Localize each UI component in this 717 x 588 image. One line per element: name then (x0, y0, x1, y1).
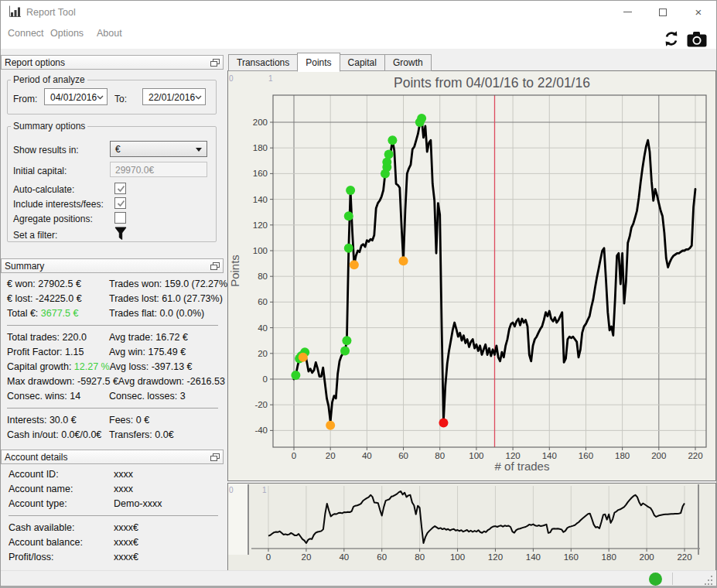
account-label: Account type: (9, 497, 114, 511)
from-date-select[interactable]: 04/01/2016 (44, 88, 108, 105)
currency-value: € (115, 144, 121, 155)
loss-trades-marker (439, 418, 448, 427)
y-tick-label: 60 (258, 297, 268, 306)
y-tick-label: 40 (258, 323, 268, 333)
summary-options-groupbox: Summary options Show results in: € Initi… (7, 121, 217, 242)
tab-growth[interactable]: Growth (384, 54, 432, 71)
auto-calculate-checkbox[interactable] (114, 183, 126, 194)
float-panel-icon[interactable] (210, 59, 220, 67)
summary-value: 16.72 € (155, 332, 188, 343)
flat-trades-marker (326, 421, 335, 430)
account-value: Demo-xxxx (114, 497, 162, 511)
float-panel-icon[interactable] (210, 453, 220, 462)
period-legend: Period of analyze (11, 74, 87, 85)
summary-options-legend: Summary options (11, 121, 87, 132)
account-row: Account type:Demo-xxxx (9, 497, 218, 511)
x-tick-label: 220 (688, 451, 702, 460)
tab-capital[interactable]: Capital (340, 54, 385, 71)
menu-options[interactable]: Options (50, 28, 84, 39)
x-tick-label: 160 (579, 451, 593, 460)
to-date-select[interactable]: 22/01/2016 (142, 88, 206, 105)
x-tick-label: 220 (677, 552, 691, 562)
summary-row: Profit Factor: 1.15Avg win: 175.49 € (7, 345, 218, 360)
win-trades-marker (344, 244, 353, 253)
tab-points[interactable]: Points (297, 53, 340, 72)
chart-toolbar (663, 30, 707, 47)
summary-cell: Total trades: 220.0 (7, 330, 109, 345)
separator (7, 325, 218, 326)
summary-value: 0.0 (0.0%) (160, 308, 205, 319)
summary-cell: Profit Factor: 1.15 (7, 345, 109, 360)
check-icon (116, 184, 126, 193)
connection-status-indicator (649, 573, 662, 586)
summary-value: 0.0€/0.0€ (61, 429, 101, 440)
y-axis-label: Points (228, 255, 241, 287)
summary-cell: Avg loss: -397.13 € (110, 360, 218, 374)
overview-chart-svg[interactable]: 02040608010012014016018020022001 (228, 484, 715, 570)
x-tick-label: 180 (615, 451, 630, 460)
x-tick-label: 0 (292, 451, 296, 460)
to-label: To: (114, 94, 127, 104)
separator (9, 515, 218, 516)
summary-value: -24225.0 € (36, 293, 82, 304)
x-tick-label: 120 (488, 552, 503, 562)
summary-row: Max drawdown: -5927.5 €Avg drawdown: -26… (7, 374, 218, 389)
camera-icon[interactable] (687, 31, 707, 47)
summary-value: 30.0 € (50, 415, 77, 426)
summary-row: € won: 27902.5 €Trades won: 159.0 (72.27… (7, 277, 218, 292)
menu-connect[interactable]: Connect (8, 28, 44, 39)
summary-row: Consec. wins: 14Consec. losses: 3 (7, 389, 218, 404)
agregate-positions-checkbox[interactable] (114, 212, 126, 224)
float-panel-icon[interactable] (210, 262, 220, 271)
summary-row: Capital growth: 12.27 %Avg loss: -397.13… (7, 360, 218, 374)
x-axis-label: # of trades (495, 460, 550, 473)
close-button[interactable]: × (681, 1, 716, 23)
win-trades-marker (342, 336, 351, 345)
include-interests-checkbox[interactable] (114, 197, 126, 209)
minimize-icon (623, 12, 632, 12)
panel-header-account-details[interactable]: Account details (1, 450, 224, 464)
summary-table: € won: 27902.5 €Trades won: 159.0 (72.27… (7, 277, 218, 443)
statusbar (1, 570, 716, 586)
summary-cell: Trades lost: 61.0 (27.73%) (109, 292, 223, 306)
account-label: Account ID: (9, 467, 114, 482)
currency-select[interactable]: € (110, 141, 207, 157)
overview-chart-panel[interactable]: 02040608010012014016018020022001 (227, 483, 716, 571)
summary-row: Interests: 30.0 €Fees: 0 € (7, 413, 218, 428)
summary-value: 0 € (136, 415, 149, 426)
scale-label: 1 (268, 74, 273, 83)
initial-capital-field[interactable]: 29970.0€ (110, 162, 207, 177)
menu-about[interactable]: About (97, 28, 122, 39)
refresh-icon[interactable] (663, 30, 680, 47)
filter-button[interactable] (114, 227, 127, 241)
summary-cell: Trades won: 159.0 (72.27%) (109, 277, 230, 292)
points-chart-panel[interactable]: 020406080100120140160180200220-40-200204… (227, 70, 716, 481)
summary-cell: Transfers: 0.0€ (109, 428, 218, 443)
app-icon (9, 5, 22, 18)
summary-cell: Consec. losses: 3 (109, 389, 218, 404)
summary-value: 1.15 (65, 347, 84, 357)
main-chart-svg[interactable]: 020406080100120140160180200220-40-200204… (228, 71, 715, 480)
win-trades-marker (340, 346, 350, 355)
flat-trades-marker (350, 260, 359, 269)
panel-header-summary[interactable]: Summary (1, 258, 224, 273)
resize-grip-icon[interactable] (703, 575, 713, 585)
initial-capital-value: 29970.0€ (115, 165, 154, 176)
minimize-button[interactable] (609, 1, 645, 23)
period-groupbox: Period of analyze From: 04/01/2016 To: 2… (7, 74, 217, 115)
from-label: From: (13, 94, 37, 104)
summary-row: Total trades: 220.0Avg trade: 16.72 € (7, 330, 218, 345)
win-trades-marker (346, 186, 355, 195)
y-tick-label: 0 (263, 374, 268, 384)
x-tick-label: 100 (469, 451, 483, 460)
y-tick-label: 160 (253, 169, 268, 178)
win-trades-marker (291, 371, 300, 380)
maximize-button[interactable] (645, 1, 681, 23)
scale-label: 0 (229, 486, 234, 494)
panel-header-report-options[interactable]: Report options (1, 55, 224, 70)
summary-value: -397.13 € (152, 361, 193, 372)
tab-transactions[interactable]: Transactions (228, 54, 298, 71)
x-tick-label: 200 (651, 451, 666, 460)
menubar: Connect Options About (1, 23, 716, 49)
y-tick-label: 180 (253, 143, 268, 152)
